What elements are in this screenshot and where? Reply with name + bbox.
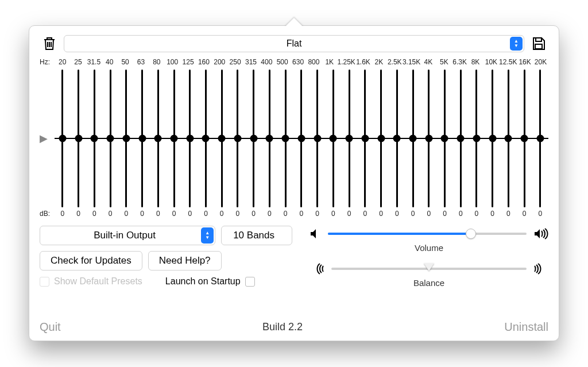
slider-knob[interactable] bbox=[122, 135, 130, 142]
eq-band-slider[interactable] bbox=[118, 69, 134, 207]
eq-band-slider[interactable] bbox=[325, 69, 341, 207]
eq-band-slider[interactable] bbox=[55, 69, 71, 207]
gain-label: 0 bbox=[246, 210, 262, 218]
slider-knob[interactable] bbox=[393, 135, 401, 142]
quit-button[interactable]: Quit bbox=[40, 320, 61, 334]
chevron-updown-icon: ▲▼ bbox=[510, 37, 523, 51]
slider-knob[interactable] bbox=[505, 135, 512, 142]
slider-knob[interactable] bbox=[266, 135, 273, 142]
slider-knob[interactable] bbox=[346, 135, 353, 142]
slider-knob[interactable] bbox=[377, 135, 385, 142]
eq-band-slider[interactable] bbox=[469, 69, 485, 207]
checkbox-icon bbox=[245, 277, 255, 287]
slider-knob[interactable] bbox=[234, 135, 241, 142]
slider-knob[interactable] bbox=[489, 135, 496, 142]
gain-label: 0 bbox=[55, 210, 71, 218]
gain-label: 0 bbox=[452, 210, 469, 218]
slider-knob[interactable] bbox=[297, 135, 305, 142]
freq-label: 5K bbox=[436, 58, 452, 66]
slider-knob[interactable] bbox=[536, 135, 544, 142]
eq-band-slider[interactable] bbox=[532, 69, 548, 207]
save-preset-button[interactable] bbox=[529, 34, 548, 53]
check-updates-button[interactable]: Check for Updates bbox=[40, 251, 142, 271]
output-device-select[interactable]: Built-in Output ▲▼ bbox=[40, 226, 215, 245]
freq-label: 2K bbox=[371, 58, 386, 66]
svg-rect-0 bbox=[536, 38, 541, 41]
volume-label: Volume bbox=[310, 243, 548, 253]
freq-label: 40 bbox=[102, 58, 117, 66]
slider-knob[interactable] bbox=[361, 135, 369, 142]
eq-band-slider[interactable] bbox=[230, 69, 246, 207]
eq-band-slider[interactable] bbox=[86, 69, 102, 207]
freq-label: 20 bbox=[55, 58, 70, 66]
eq-band-slider[interactable] bbox=[357, 69, 373, 207]
bands-select[interactable]: 10 Bands bbox=[221, 226, 292, 245]
eq-band-slider[interactable] bbox=[310, 69, 326, 207]
eq-band-slider[interactable] bbox=[102, 69, 118, 207]
zero-line-marker: ▶ bbox=[40, 132, 55, 145]
eq-band-slider[interactable] bbox=[182, 69, 198, 207]
eq-band-slider[interactable] bbox=[452, 69, 469, 207]
eq-band-slider[interactable] bbox=[166, 69, 182, 207]
gain-label: 0 bbox=[277, 210, 293, 218]
preset-select[interactable]: Flat ▲▼ bbox=[64, 35, 524, 52]
launch-on-startup-checkbox[interactable]: Launch on Startup bbox=[165, 276, 255, 287]
slider-knob[interactable] bbox=[202, 135, 210, 142]
eq-band-slider[interactable] bbox=[373, 69, 389, 207]
slider-knob[interactable] bbox=[457, 135, 465, 142]
gain-label: 0 bbox=[437, 210, 453, 218]
slider-knob[interactable] bbox=[107, 135, 114, 142]
slider-knob[interactable] bbox=[59, 135, 66, 142]
slider-knob[interactable] bbox=[91, 135, 98, 142]
gain-labels-row: dB: 0000000000000000000000000000000 bbox=[40, 210, 548, 218]
gain-label: 0 bbox=[373, 210, 389, 218]
volume-slider[interactable] bbox=[328, 228, 527, 239]
eq-band-slider[interactable] bbox=[198, 69, 214, 207]
eq-band-slider[interactable] bbox=[293, 69, 310, 207]
slider-knob[interactable] bbox=[154, 135, 162, 142]
gain-label: 0 bbox=[214, 210, 230, 218]
volume-control: Volume bbox=[310, 228, 548, 253]
slider-knob[interactable] bbox=[473, 135, 480, 142]
eq-band-slider[interactable] bbox=[341, 69, 357, 207]
delete-preset-button[interactable] bbox=[40, 34, 59, 53]
balance-slider[interactable] bbox=[331, 263, 527, 275]
eq-band-slider[interactable] bbox=[437, 69, 453, 207]
slider-knob[interactable] bbox=[521, 135, 528, 142]
freq-label: 8K bbox=[467, 58, 483, 66]
eq-band-slider[interactable] bbox=[277, 69, 293, 207]
slider-knob[interactable] bbox=[330, 135, 337, 142]
slider-knob[interactable] bbox=[218, 135, 226, 142]
slider-knob[interactable] bbox=[250, 135, 257, 142]
eq-band-slider[interactable] bbox=[134, 69, 150, 207]
eq-band-slider[interactable] bbox=[150, 69, 166, 207]
popover-arrow bbox=[285, 18, 303, 27]
eq-band-slider[interactable] bbox=[485, 69, 501, 207]
slider-knob[interactable] bbox=[75, 135, 82, 142]
trash-icon bbox=[42, 36, 56, 51]
balance-control: Balance bbox=[310, 263, 548, 288]
slider-knob[interactable] bbox=[186, 135, 194, 142]
slider-knob[interactable] bbox=[138, 135, 146, 142]
eq-band-slider[interactable] bbox=[262, 69, 278, 207]
eq-band-slider[interactable] bbox=[421, 69, 437, 207]
speaker-low-icon bbox=[310, 229, 321, 239]
need-help-button[interactable]: Need Help? bbox=[148, 251, 222, 271]
freq-label: 2.5K bbox=[387, 58, 403, 66]
slider-knob[interactable] bbox=[425, 135, 432, 142]
slider-knob[interactable] bbox=[441, 135, 448, 142]
eq-band-slider[interactable] bbox=[214, 69, 230, 207]
slider-knob[interactable] bbox=[282, 135, 289, 142]
eq-band-slider[interactable] bbox=[71, 69, 87, 207]
uninstall-button[interactable]: Uninstall bbox=[504, 320, 548, 334]
eq-band-slider[interactable] bbox=[246, 69, 262, 207]
equalizer-popover: Flat ▲▼ Hz: 202531.540506380100125160200… bbox=[29, 25, 559, 341]
slider-knob[interactable] bbox=[314, 135, 321, 142]
eq-band-slider[interactable] bbox=[516, 69, 532, 207]
gain-label: 0 bbox=[198, 210, 214, 218]
eq-band-slider[interactable] bbox=[405, 69, 421, 207]
eq-band-slider[interactable] bbox=[501, 69, 517, 207]
slider-knob[interactable] bbox=[171, 135, 178, 142]
slider-knob[interactable] bbox=[409, 135, 417, 142]
eq-band-slider[interactable] bbox=[389, 69, 405, 207]
